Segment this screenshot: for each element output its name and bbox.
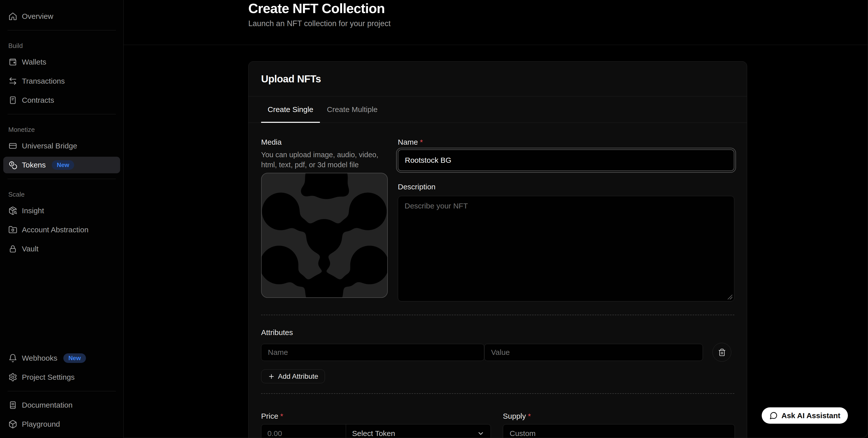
token-select[interactable]: Select Token xyxy=(346,425,491,438)
media-preview[interactable] xyxy=(261,173,388,298)
sidebar-item-label: Insight xyxy=(22,206,44,215)
page-subtitle: Launch an NFT collection for your projec… xyxy=(248,19,868,28)
sidebar-section-build: Build xyxy=(3,42,120,50)
contract-file-icon xyxy=(8,96,17,105)
price-input-group: Select Token xyxy=(261,424,491,438)
description-label: Description xyxy=(398,182,734,191)
chevron-down-icon xyxy=(477,430,485,437)
coins-icon xyxy=(8,161,17,170)
required-asterisk: * xyxy=(528,412,531,420)
page-title: Create NFT Collection xyxy=(248,0,868,16)
sidebar-item-project-settings[interactable]: Project Settings xyxy=(3,369,120,385)
sidebar-item-documentation[interactable]: Documentation xyxy=(3,397,120,413)
supply-column: Supply* xyxy=(503,412,735,438)
sidebar-item-label: Account Abstraction xyxy=(22,226,89,234)
chat-bubble-icon xyxy=(769,411,778,420)
sidebar-item-label: Webhooks xyxy=(22,354,57,362)
media-label: Media xyxy=(261,138,388,147)
card-title: Upload NFTs xyxy=(261,73,321,85)
add-attribute-button[interactable]: Add Attribute xyxy=(261,369,325,383)
media-column: Media You can upload image, audio, video… xyxy=(261,138,388,301)
main-content: Create NFT Collection Launch an NFT coll… xyxy=(124,0,868,438)
sidebar-item-playground[interactable]: Playground xyxy=(3,416,120,433)
sidebar-item-label: Documentation xyxy=(22,401,73,409)
attribute-name-input[interactable] xyxy=(261,344,484,361)
description-textarea[interactable] xyxy=(398,196,734,301)
sidebar-item-label: Universal Bridge xyxy=(22,142,77,150)
required-asterisk: * xyxy=(420,138,423,146)
attribute-value-input[interactable] xyxy=(484,344,703,361)
sidebar-item-transactions[interactable]: Transactions xyxy=(3,73,120,90)
sidebar-section-scale: Scale xyxy=(3,191,120,198)
sidebar-item-label: Tokens xyxy=(22,161,46,169)
arrows-left-right-icon xyxy=(8,77,17,86)
sidebar-item-vault[interactable]: Vault xyxy=(3,241,120,257)
sidebar-item-label: Wallets xyxy=(22,58,46,66)
add-attribute-label: Add Attribute xyxy=(278,372,318,380)
supply-label: Supply* xyxy=(503,412,735,421)
token-select-label: Select Token xyxy=(352,429,395,438)
price-supply-row: Price* Select Token Supply* xyxy=(261,412,734,438)
wallet-icon xyxy=(8,58,17,67)
attribute-row xyxy=(261,343,734,362)
price-column: Price* Select Token xyxy=(261,412,491,438)
sidebar-item-label: Overview xyxy=(22,12,53,21)
supply-input[interactable] xyxy=(503,424,735,438)
sidebar-item-label: Transactions xyxy=(22,77,65,86)
sidebar-section-monetize: Monetize xyxy=(3,126,120,134)
sidebar-divider xyxy=(7,179,116,179)
sidebar-item-universal-bridge[interactable]: Universal Bridge xyxy=(3,138,120,154)
package-search-icon xyxy=(8,206,17,215)
nft-form: Media You can upload image, audio, video… xyxy=(249,123,747,438)
attributes-section: Attributes Add Attribute xyxy=(261,328,734,383)
media-description: You can upload image, audio, video, html… xyxy=(261,150,382,170)
attributes-label: Attributes xyxy=(261,328,734,337)
ask-ai-assistant-label: Ask AI Assistant xyxy=(781,411,840,420)
ask-ai-assistant-button[interactable]: Ask AI Assistant xyxy=(762,407,848,424)
sidebar-item-label: Contracts xyxy=(22,96,54,104)
tabs: Create Single Create Multiple xyxy=(249,96,747,123)
new-badge: New xyxy=(52,160,74,170)
plus-icon xyxy=(268,373,275,380)
description-wrap xyxy=(398,196,734,301)
cube-icon xyxy=(8,420,17,429)
sidebar-item-insight[interactable]: Insight xyxy=(3,202,120,219)
price-label: Price* xyxy=(261,412,491,421)
sidebar-item-label: Vault xyxy=(22,245,38,253)
sidebar-item-webhooks[interactable]: Webhooks New xyxy=(3,350,120,366)
new-badge: New xyxy=(63,353,86,363)
delete-attribute-button[interactable] xyxy=(712,343,731,362)
sidebar-item-label: Playground xyxy=(22,420,60,429)
page-header: Create NFT Collection Launch an NFT coll… xyxy=(124,0,868,45)
home-icon xyxy=(8,12,17,21)
price-amount-input[interactable] xyxy=(261,425,346,438)
section-divider xyxy=(261,393,734,394)
folder-shield-icon xyxy=(8,225,17,234)
name-description-column: Name* Description xyxy=(398,138,734,301)
bell-icon xyxy=(8,353,17,363)
sidebar: Overview Build Wallets Transactions Cont… xyxy=(0,0,124,438)
sidebar-item-label: Project Settings xyxy=(22,373,75,381)
required-asterisk: * xyxy=(280,412,283,420)
sidebar-item-account-abstraction[interactable]: Account Abstraction xyxy=(3,222,120,238)
media-blob-artwork xyxy=(261,173,387,297)
section-divider xyxy=(261,315,734,315)
trash-icon xyxy=(718,348,726,357)
tab-create-multiple[interactable]: Create Multiple xyxy=(320,96,384,123)
credit-card-icon xyxy=(8,141,17,150)
upload-nfts-card: Upload NFTs Create Single Create Multipl… xyxy=(248,61,747,438)
gear-icon xyxy=(8,373,17,382)
tab-create-single[interactable]: Create Single xyxy=(261,96,320,123)
name-label: Name* xyxy=(398,138,734,147)
sidebar-item-overview[interactable]: Overview xyxy=(3,8,120,25)
card-header: Upload NFTs xyxy=(249,62,747,96)
sidebar-item-contracts[interactable]: Contracts xyxy=(3,92,120,108)
sidebar-item-tokens[interactable]: Tokens New xyxy=(3,157,120,173)
lock-icon xyxy=(8,244,17,254)
sidebar-item-wallets[interactable]: Wallets xyxy=(3,54,120,70)
book-icon xyxy=(8,401,17,410)
name-input[interactable] xyxy=(398,149,734,171)
